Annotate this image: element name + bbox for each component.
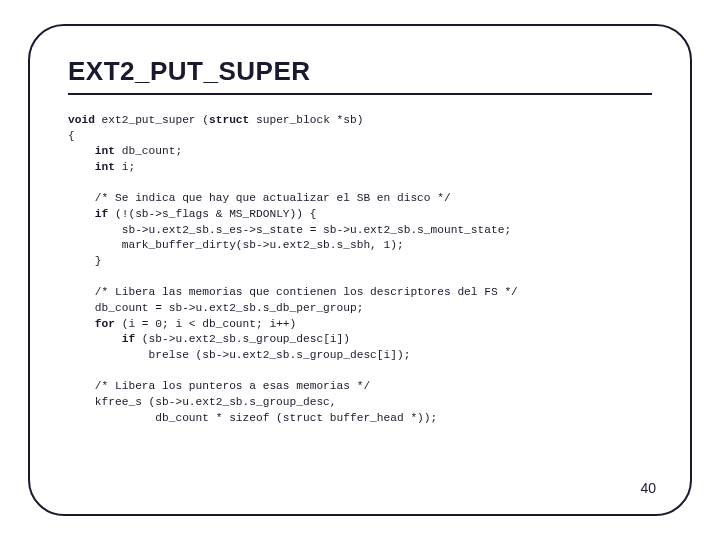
kw-if: if xyxy=(122,333,135,345)
slide-title: EXT2_PUT_SUPER xyxy=(68,56,652,95)
code-line: int i; xyxy=(68,161,135,173)
code-line: /* Se indica que hay que actualizar el S… xyxy=(68,192,451,204)
code-line: kfree_s (sb->u.ext2_sb.s_group_desc, xyxy=(68,396,337,408)
code-line: /* Libera los punteros a esas memorias *… xyxy=(68,380,370,392)
code-line: brelse (sb->u.ext2_sb.s_group_desc[i]); xyxy=(68,349,410,361)
code-block: void ext2_put_super (struct super_block … xyxy=(68,113,652,426)
code-line: sb->u.ext2_sb.s_es->s_state = sb->u.ext2… xyxy=(68,224,511,236)
code-line: db_count * sizeof (struct buffer_head *)… xyxy=(68,412,437,424)
kw-int: int xyxy=(95,161,115,173)
code-line: if (sb->u.ext2_sb.s_group_desc[i]) xyxy=(68,333,350,345)
code-line: } xyxy=(68,255,102,267)
kw-int: int xyxy=(95,145,115,157)
code-line: db_count = sb->u.ext2_sb.s_db_per_group; xyxy=(68,302,363,314)
code-line: /* Libera las memorias que contienen los… xyxy=(68,286,518,298)
code-line: int db_count; xyxy=(68,145,182,157)
kw-if: if xyxy=(95,208,108,220)
code-line: mark_buffer_dirty(sb->u.ext2_sb.s_sbh, 1… xyxy=(68,239,404,251)
code-line: if (!(sb->s_flags & MS_RDONLY)) { xyxy=(68,208,316,220)
page-number: 40 xyxy=(640,480,656,496)
kw-struct: struct xyxy=(209,114,249,126)
kw-void: void xyxy=(68,114,95,126)
code-line: void ext2_put_super (struct super_block … xyxy=(68,114,363,126)
code-line: { xyxy=(68,130,75,142)
kw-for: for xyxy=(95,318,115,330)
slide-frame: EXT2_PUT_SUPER void ext2_put_super (stru… xyxy=(28,24,692,516)
code-line: for (i = 0; i < db_count; i++) xyxy=(68,318,296,330)
